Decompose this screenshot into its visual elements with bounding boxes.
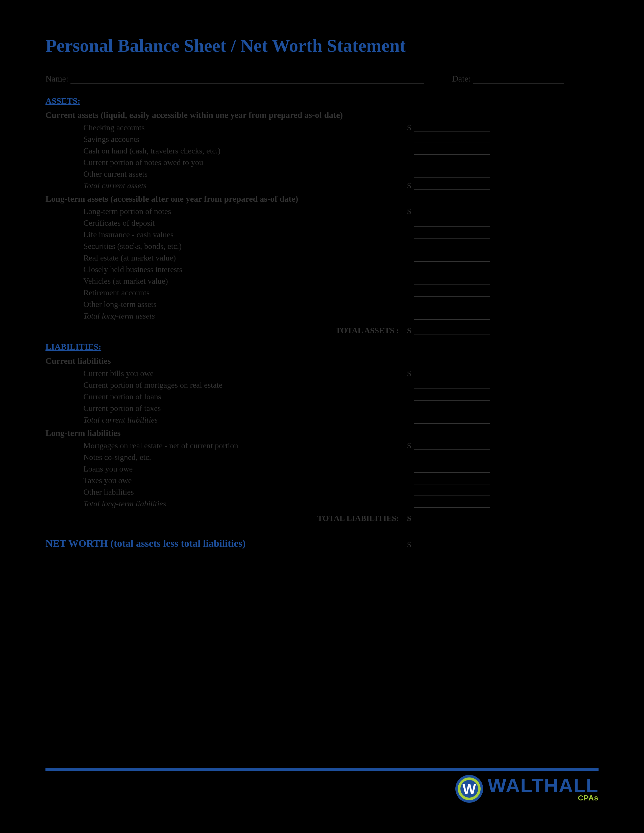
line-item: Loans you owe bbox=[45, 465, 599, 473]
amount-field[interactable] bbox=[414, 159, 490, 166]
amount-field[interactable] bbox=[414, 453, 490, 461]
footer: W WALTHALL CPAs bbox=[45, 769, 599, 803]
amount-field[interactable] bbox=[414, 381, 490, 389]
subtotal-row: Total long-term liabilities bbox=[45, 500, 599, 508]
current-assets-subhead: Current assets (liquid, easily accessibl… bbox=[45, 110, 599, 120]
logo-text: WALTHALL bbox=[488, 776, 599, 795]
item-label: Current portion of taxes bbox=[45, 404, 399, 412]
line-item: Checking accounts$ bbox=[45, 124, 599, 132]
page-title: Personal Balance Sheet / Net Worth State… bbox=[45, 35, 599, 56]
currency-symbol: $ bbox=[399, 124, 414, 132]
currency-symbol: $ bbox=[399, 540, 414, 549]
line-item: Notes co-signed, etc. bbox=[45, 453, 599, 461]
item-label: Other current assets bbox=[45, 170, 399, 178]
line-item: Life insurance - cash values bbox=[45, 230, 599, 238]
item-label: Certificates of deposit bbox=[45, 219, 399, 227]
subtotal-label: Total current assets bbox=[45, 182, 399, 190]
item-label: Savings accounts bbox=[45, 135, 399, 143]
amount-field[interactable] bbox=[414, 135, 490, 143]
amount-field[interactable] bbox=[414, 208, 490, 215]
assets-heading: ASSETS: bbox=[45, 96, 599, 106]
item-label: Other liabilities bbox=[45, 488, 399, 496]
line-item: Taxes you owe bbox=[45, 476, 599, 484]
name-input-line[interactable] bbox=[71, 75, 424, 84]
amount-field[interactable] bbox=[414, 266, 490, 273]
line-item: Current portion of mortgages on real est… bbox=[45, 381, 599, 389]
logo-subtext: CPAs bbox=[578, 794, 599, 802]
amount-field[interactable] bbox=[414, 477, 490, 484]
item-label: Closely held business interests bbox=[45, 265, 399, 273]
subtotal-row: Total long-term assets bbox=[45, 312, 599, 320]
amount-field[interactable] bbox=[414, 405, 490, 412]
line-item: Cash on hand (cash, travelers checks, et… bbox=[45, 147, 599, 155]
amount-field[interactable] bbox=[414, 219, 490, 227]
amount-field[interactable] bbox=[414, 542, 490, 549]
longterm-liabilities-subhead: Long-term liabilities bbox=[45, 428, 599, 438]
amount-field[interactable] bbox=[414, 254, 490, 262]
liabilities-heading: LIABILITIES: bbox=[45, 342, 599, 352]
subtotal-label: Total current liabilities bbox=[45, 416, 399, 424]
amount-field[interactable] bbox=[414, 124, 490, 132]
item-label: Checking accounts bbox=[45, 124, 399, 132]
item-label: Loans you owe bbox=[45, 465, 399, 473]
amount-field[interactable] bbox=[414, 515, 490, 522]
item-label: Current portion of mortgages on real est… bbox=[45, 381, 399, 389]
amount-field[interactable] bbox=[414, 170, 490, 178]
line-item: Current portion of notes owed to you bbox=[45, 158, 599, 166]
line-item: Other current assets bbox=[45, 170, 599, 178]
amount-field[interactable] bbox=[414, 231, 490, 238]
item-label: Cash on hand (cash, travelers checks, et… bbox=[45, 147, 399, 155]
logo-mark-icon: W bbox=[456, 775, 483, 803]
amount-field[interactable] bbox=[414, 465, 490, 473]
item-label: Current bills you owe bbox=[45, 369, 399, 377]
name-label: Name: bbox=[45, 74, 68, 84]
amount-field[interactable] bbox=[414, 327, 490, 334]
currency-symbol: $ bbox=[399, 182, 414, 190]
line-item: Current portion of taxes bbox=[45, 404, 599, 412]
item-label: Mortgages on real estate - net of curren… bbox=[45, 442, 399, 450]
subtotal-label: Total long-term assets bbox=[45, 312, 399, 320]
item-label: Life insurance - cash values bbox=[45, 230, 399, 238]
line-item: Vehicles (at market value) bbox=[45, 277, 599, 285]
item-label: Current portion of loans bbox=[45, 392, 399, 400]
line-item: Real estate (at market value) bbox=[45, 254, 599, 262]
item-label: Long-term portion of notes bbox=[45, 207, 399, 215]
line-item: Other long-term assets bbox=[45, 300, 599, 308]
amount-field[interactable] bbox=[414, 182, 490, 190]
line-item: Long-term portion of notes$ bbox=[45, 207, 599, 215]
total-assets-row: TOTAL ASSETS :$ bbox=[45, 326, 599, 334]
item-label: Taxes you owe bbox=[45, 476, 399, 484]
currency-symbol: $ bbox=[399, 442, 414, 450]
total-liabilities-row: TOTAL LIABILITIES:$ bbox=[45, 514, 599, 522]
amount-field[interactable] bbox=[414, 243, 490, 250]
header-row: Name: Date: bbox=[45, 74, 599, 84]
subtotal-row: Total current liabilities bbox=[45, 416, 599, 424]
date-input-line[interactable] bbox=[473, 75, 564, 84]
currency-symbol: $ bbox=[399, 326, 414, 334]
amount-field[interactable] bbox=[414, 277, 490, 285]
amount-field[interactable] bbox=[414, 147, 490, 155]
amount-field[interactable] bbox=[414, 370, 490, 377]
net-worth-label: NET WORTH (total assets less total liabi… bbox=[45, 537, 399, 549]
amount-field[interactable] bbox=[414, 393, 490, 400]
amount-field[interactable] bbox=[414, 301, 490, 308]
line-item: Savings accounts bbox=[45, 135, 599, 143]
amount-field[interactable] bbox=[414, 289, 490, 297]
longterm-assets-subhead: Long-term assets (accessible after one y… bbox=[45, 194, 599, 204]
item-label: Securities (stocks, bonds, etc.) bbox=[45, 242, 399, 250]
line-item: Retirement accounts bbox=[45, 288, 599, 297]
line-item: Certificates of deposit bbox=[45, 219, 599, 227]
item-label: Other long-term assets bbox=[45, 300, 399, 308]
footer-rule bbox=[45, 769, 599, 771]
line-item: Securities (stocks, bonds, etc.) bbox=[45, 242, 599, 250]
currency-symbol: $ bbox=[399, 369, 414, 377]
amount-field[interactable] bbox=[414, 442, 490, 450]
item-label: Vehicles (at market value) bbox=[45, 277, 399, 285]
amount-field[interactable] bbox=[414, 500, 490, 508]
amount-field[interactable] bbox=[414, 312, 490, 320]
item-label: Current portion of notes owed to you bbox=[45, 158, 399, 166]
line-item: Other liabilities bbox=[45, 488, 599, 496]
amount-field[interactable] bbox=[414, 489, 490, 496]
grand-total-label: TOTAL LIABILITIES: bbox=[45, 514, 399, 522]
amount-field[interactable] bbox=[414, 416, 490, 424]
